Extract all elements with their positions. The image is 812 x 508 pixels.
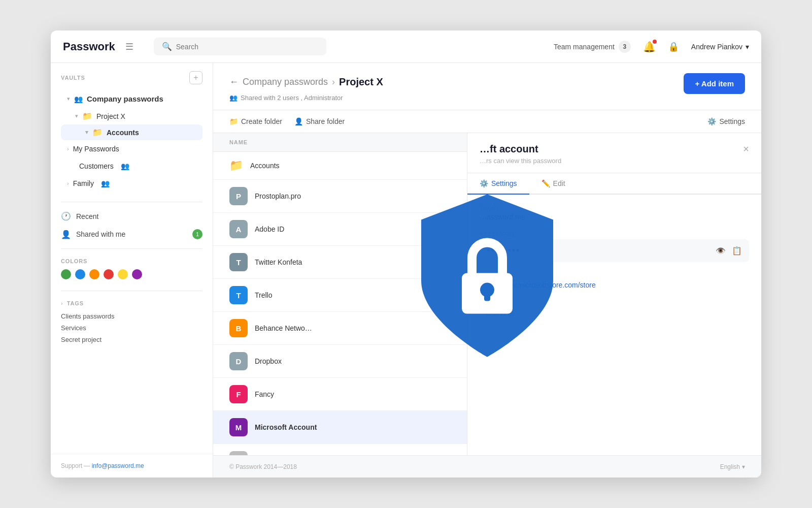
- sidebar-item-family[interactable]: › Family 👥: [61, 175, 202, 192]
- share-folder-button[interactable]: 👤 Share folder: [294, 117, 345, 125]
- content-header-row: ← Company passwords › Project X + Add it…: [229, 73, 745, 94]
- item-name: Adobe ID: [255, 225, 284, 233]
- create-folder-icon: 📁: [229, 117, 238, 125]
- tags-expand-icon: ›: [61, 300, 63, 306]
- item-avatar: P: [229, 187, 248, 205]
- item-name: Prostoplan.pro: [255, 192, 301, 200]
- settings-tab-label: Settings: [491, 179, 517, 187]
- back-button[interactable]: ←: [229, 77, 239, 87]
- settings-label: Settings: [719, 117, 745, 125]
- item-avatar: F: [229, 385, 248, 403]
- add-vault-button[interactable]: +: [189, 71, 202, 84]
- my-passwords-label: My Passwords: [73, 145, 119, 153]
- search-icon: 🔍: [162, 42, 172, 51]
- company-passwords-label: Company passwords: [87, 94, 163, 103]
- customers-icon: 👥: [121, 162, 129, 170]
- content-header: ← Company passwords › Project X + Add it…: [213, 63, 761, 110]
- settings-button[interactable]: ⚙️ Settings: [707, 117, 745, 125]
- menu-icon[interactable]: ☰: [125, 41, 133, 52]
- password-field: PASSWORD •••••••• 👁️ 📋: [480, 231, 749, 262]
- tag-clients-passwords[interactable]: Clients passwords: [61, 310, 202, 322]
- folder-icon: 📁: [92, 128, 103, 137]
- sidebar-item-project-x[interactable]: ▾ 📁 Project X: [61, 108, 202, 124]
- detail-title-area: …ft account …rs can view this password: [480, 143, 561, 165]
- main-layout: VAULTS + ▾ 👥 Company passwords ▾ 📁 Proje…: [51, 63, 761, 478]
- color-dot-blue[interactable]: [75, 269, 85, 279]
- sidebar-item-recent[interactable]: 🕐 Recent: [51, 207, 213, 225]
- colors-label: COLORS: [61, 258, 202, 264]
- language-dropdown-icon[interactable]: ▾: [742, 463, 745, 470]
- color-dots: [61, 269, 202, 279]
- vaults-section: VAULTS + ▾ 👥 Company passwords ▾ 📁 Proje…: [51, 63, 213, 197]
- breadcrumb-separator: ›: [332, 77, 335, 87]
- team-management[interactable]: Team management 3: [554, 41, 631, 53]
- color-dot-orange[interactable]: [89, 269, 99, 279]
- item-name: Dropbox: [255, 357, 282, 365]
- search-box[interactable]: 🔍: [154, 38, 326, 55]
- sidebar-item-shared[interactable]: 👤 Shared with me 1: [51, 225, 213, 243]
- shared-badge: 1: [192, 229, 202, 239]
- color-dot-green[interactable]: [61, 269, 71, 279]
- copy-password-icon[interactable]: 📋: [732, 246, 742, 256]
- detail-title: …ft account: [480, 143, 561, 155]
- search-input[interactable]: [176, 43, 318, 51]
- color-dot-yellow[interactable]: [118, 269, 128, 279]
- notifications-icon[interactable]: 🔔: [643, 41, 656, 53]
- item-name: Trello: [255, 291, 273, 299]
- tag-badge[interactable]: #Services: [480, 308, 521, 320]
- tags-header[interactable]: › TAGS: [61, 300, 202, 306]
- tab-settings[interactable]: ⚙️ Settings: [467, 173, 529, 195]
- login-field: LOGIN …assword.me: [480, 205, 749, 221]
- detail-close-button[interactable]: ×: [743, 143, 749, 155]
- shared-users-icon: 👥: [229, 94, 238, 102]
- expand-icon: ▾: [67, 96, 70, 102]
- password-row: •••••••• 👁️ 📋: [480, 239, 749, 262]
- user-name: Andrew Piankov: [691, 43, 742, 51]
- item-avatar: T: [229, 286, 248, 304]
- create-folder-button[interactable]: 📁 Create folder: [229, 117, 282, 125]
- color-dot-red[interactable]: [104, 269, 114, 279]
- tab-edit[interactable]: ✏️ Edit: [529, 173, 578, 195]
- expand-icon: ▾: [75, 113, 78, 119]
- expand-icon: ▾: [85, 129, 88, 136]
- tags-section: › TAGS Clients passwords Services Secret…: [51, 296, 213, 352]
- sidebar-item-company-passwords[interactable]: ▾ 👥 Company passwords: [61, 90, 202, 107]
- url-value[interactable]: https://www.microsoftstore.com/store: [480, 281, 596, 289]
- team-management-label: Team management: [554, 43, 615, 51]
- expand-icon: ›: [67, 180, 69, 186]
- topbar: Passwork ☰ 🔍 Team management 3 🔔 🔒 Andre…: [51, 30, 761, 63]
- add-item-button[interactable]: + Add item: [684, 73, 745, 94]
- footer-language[interactable]: English: [720, 463, 740, 470]
- detail-panel: …ft account …rs can view this password ×…: [467, 133, 761, 455]
- settings-tab-icon: ⚙️: [480, 179, 488, 187]
- team-count-badge: 3: [619, 41, 631, 53]
- app-window: Passwork ☰ 🔍 Team management 3 🔔 🔒 Andre…: [51, 30, 761, 478]
- vaults-label: VAULTS: [61, 75, 85, 81]
- show-password-icon[interactable]: 👁️: [716, 246, 726, 256]
- sidebar-item-accounts[interactable]: ▾ 📁 Accounts: [61, 124, 202, 140]
- tags-label: TAGS: [67, 300, 84, 306]
- color-dot-purple[interactable]: [132, 269, 142, 279]
- detail-header: …ft account …rs can view this password ×: [467, 133, 761, 173]
- item-avatar: T: [229, 253, 248, 271]
- share-folder-icon: 👤: [294, 117, 303, 125]
- shared-label: Shared with me: [76, 230, 125, 238]
- footer-email-link[interactable]: info@password.me: [92, 462, 144, 469]
- lock-icon[interactable]: 🔒: [668, 41, 679, 52]
- tags-field: Tags #Services: [480, 300, 749, 320]
- sidebar-item-customers[interactable]: Customers 👥: [61, 158, 202, 174]
- item-avatar: A: [229, 220, 248, 238]
- tag-services[interactable]: Services: [61, 322, 202, 334]
- footer-copyright: © Passwork 2014—2018: [229, 463, 297, 470]
- tag-secret-project[interactable]: Secret project: [61, 334, 202, 345]
- item-name: Accounts: [250, 162, 280, 170]
- breadcrumb: ← Company passwords › Project X: [229, 76, 383, 88]
- folder-icon: 📁: [82, 111, 92, 121]
- breadcrumb-parent[interactable]: Company passwords: [243, 77, 328, 87]
- item-name: Microsoft Account: [255, 423, 317, 431]
- vaults-header: VAULTS +: [61, 71, 202, 84]
- sidebar-item-my-passwords[interactable]: › My Passwords: [61, 141, 202, 157]
- user-menu[interactable]: Andrew Piankov ▾: [691, 43, 749, 51]
- url-label: URL: [480, 272, 749, 278]
- customers-label: Customers: [79, 162, 114, 170]
